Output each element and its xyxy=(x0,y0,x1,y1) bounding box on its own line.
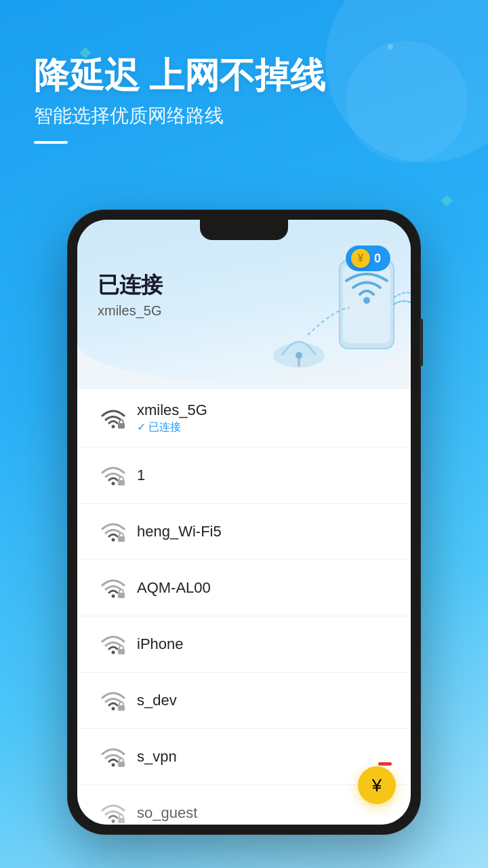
svg-point-5 xyxy=(363,297,370,304)
svg-rect-9 xyxy=(118,480,125,486)
wifi-info-4: AQM-AL00 xyxy=(137,579,390,597)
svg-rect-19 xyxy=(118,762,125,767)
deco-dot-1 xyxy=(388,44,393,50)
wifi-connected-label: ✓已连接 xyxy=(137,420,390,435)
svg-point-8 xyxy=(112,482,115,486)
deco-circle-2 xyxy=(346,41,468,163)
fab-dash xyxy=(378,762,392,766)
svg-rect-15 xyxy=(118,649,125,654)
wifi-list: xmiles_5G ✓已连接 xyxy=(77,389,411,825)
fab-icon: ¥ xyxy=(372,775,382,796)
wifi-icon-3 xyxy=(98,516,129,547)
wifi-item[interactable]: AQM-AL00 xyxy=(77,560,411,616)
svg-rect-13 xyxy=(118,593,125,598)
connected-status: 已连接 xmiles_5G xyxy=(98,271,163,319)
phone-screen: ¥ 0 已连接 xmiles_5G xyxy=(77,220,411,825)
svg-point-10 xyxy=(112,538,115,542)
phone-notch xyxy=(200,220,288,240)
wifi-icon-7 xyxy=(98,741,129,772)
svg-point-12 xyxy=(112,595,115,598)
wifi-info-7: s_vpn xyxy=(137,748,390,766)
coin-value: 0 xyxy=(374,252,381,266)
phone-mockup: ¥ 0 已连接 xmiles_5G xyxy=(68,210,420,834)
coin-icon: ¥ xyxy=(351,249,370,268)
wifi-info-3: heng_Wi-Fi5 xyxy=(137,523,390,540)
wifi-item[interactable]: s_dev xyxy=(77,673,411,729)
wifi-info-6: s_dev xyxy=(137,692,390,709)
wifi-name-1: xmiles_5G xyxy=(137,401,390,419)
wifi-icon-4 xyxy=(98,572,129,604)
svg-rect-21 xyxy=(118,818,125,823)
svg-point-14 xyxy=(112,651,115,654)
wifi-info-5: iPhone xyxy=(137,635,390,653)
wifi-name-7: s_vpn xyxy=(137,748,390,766)
svg-point-16 xyxy=(112,707,115,711)
svg-rect-17 xyxy=(118,705,125,711)
hero-subtitle: 智能选择优质网络路线 xyxy=(34,103,325,129)
wifi-info-8: so_guest xyxy=(137,804,390,822)
phone-side-button xyxy=(420,319,423,366)
svg-rect-11 xyxy=(118,536,125,542)
wifi-name-8: so_guest xyxy=(137,804,390,822)
wifi-item[interactable]: xmiles_5G ✓已连接 xyxy=(77,389,411,448)
wifi-name-iphone: iPhone xyxy=(137,635,390,653)
app-header: ¥ 0 已连接 xmiles_5G xyxy=(77,220,411,382)
connected-title: 已连接 xyxy=(98,271,163,300)
wifi-icon-2 xyxy=(98,460,129,491)
wifi-icon-6 xyxy=(98,685,129,716)
wifi-name-4: AQM-AL00 xyxy=(137,579,390,597)
illustration-area xyxy=(262,254,411,389)
svg-point-20 xyxy=(112,820,115,823)
svg-rect-7 xyxy=(118,423,125,429)
wifi-name-6: s_dev xyxy=(137,692,390,709)
fab-coin-button[interactable]: ¥ xyxy=(358,766,396,804)
hero-title: 降延迟 上网不掉线 xyxy=(34,54,325,96)
wifi-icon-8 xyxy=(98,797,129,825)
wifi-name-3: heng_Wi-Fi5 xyxy=(137,523,390,540)
coin-badge[interactable]: ¥ 0 xyxy=(346,245,390,271)
svg-point-2 xyxy=(296,352,302,359)
hero-section: 降延迟 上网不掉线 智能选择优质网络路线 xyxy=(34,54,325,144)
hero-underline xyxy=(34,141,68,144)
wifi-item[interactable]: 1 xyxy=(77,448,411,504)
wifi-item[interactable]: iPhone xyxy=(77,616,411,673)
svg-point-6 xyxy=(112,425,115,428)
wifi-icon-connected xyxy=(98,403,129,434)
wifi-icon-5 xyxy=(98,629,129,660)
svg-point-18 xyxy=(112,764,115,767)
phone-outer: ¥ 0 已连接 xmiles_5G xyxy=(68,210,420,834)
wifi-item[interactable]: heng_Wi-Fi5 xyxy=(77,504,411,560)
connected-ssid: xmiles_5G xyxy=(98,303,163,319)
wifi-info-2: 1 xyxy=(137,467,390,484)
wifi-name-2: 1 xyxy=(137,467,390,484)
wifi-info-1: xmiles_5G ✓已连接 xyxy=(137,401,390,435)
